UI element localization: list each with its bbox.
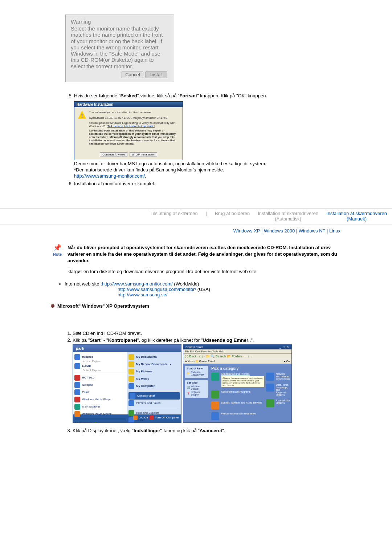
sm-controlpanel[interactable]: Control Panel xyxy=(128,392,180,400)
sm-notepad[interactable]: Notepad xyxy=(74,381,126,389)
tab-driver-auto[interactable]: Installation af skærmdriveren (Automatis… xyxy=(258,211,318,222)
cp-panel-main: Control Panel 📁 Switch to Classic View xyxy=(185,366,208,378)
cat-appearance[interactable]: Appearance and Themes Change the appeara… xyxy=(211,373,265,388)
access-icon xyxy=(266,399,274,407)
logoff-button[interactable]: Log Off xyxy=(133,416,148,420)
cp-sidebar: Control Panel 📁 Switch to Classic View S… xyxy=(183,364,210,425)
link-se[interactable]: http://www.samsung.se/ xyxy=(118,292,167,297)
paint-icon xyxy=(74,389,80,395)
warning-dialog: Warning Select the monitor name that exa… xyxy=(65,15,174,82)
link-windows-2000[interactable]: Windows 2000 xyxy=(264,228,295,234)
folder-icon xyxy=(128,376,134,382)
cp-heading: Pick a category xyxy=(211,366,290,370)
sounds-icon xyxy=(211,401,219,409)
cat-addremove[interactable]: Add or Remove Programs xyxy=(211,390,265,398)
help-support-link[interactable]: ❓ Help and Support xyxy=(187,391,206,396)
sm-paint[interactable]: Paint xyxy=(74,389,126,396)
addremove-icon xyxy=(211,390,219,398)
link-windows-nt[interactable]: Windows NT xyxy=(299,228,325,234)
website-list-item: Internet web site :http://www.samsung-mo… xyxy=(65,281,345,297)
hw-body-text: The software you are installing for this… xyxy=(89,111,179,145)
sm-msn[interactable]: MSN Explorer xyxy=(74,403,126,410)
stop-installation-button[interactable]: STOP Installation xyxy=(130,152,157,157)
folders-icon[interactable]: 📂 xyxy=(227,355,231,358)
sm-mypics[interactable]: My Pictures xyxy=(128,368,180,375)
step-5: Hvis du ser følgende "Besked"-vindue, kl… xyxy=(74,93,345,179)
link-linux[interactable]: Linux xyxy=(329,228,340,234)
warning-body: Select the monitor name that exactly mat… xyxy=(71,25,169,69)
install-button[interactable]: Install xyxy=(146,72,167,78)
cp-toolbar[interactable]: ◯ Back · ◯ · 📁 🔍 Search 📂 Folders ⋮⋮⋮ xyxy=(183,354,291,359)
ie-icon xyxy=(74,354,80,360)
why-testing-link[interactable]: Tell me why this testing is important. xyxy=(107,125,154,128)
wmp-icon xyxy=(74,397,80,402)
cat-datetime[interactable]: Date, Time, Language, and Regional Optio… xyxy=(266,384,290,396)
bullet-icon xyxy=(51,304,54,308)
cp-panel-seealso: See Also 🔄 Windows Update ❓ Help and Sup… xyxy=(185,380,208,398)
start-menu-right: My Documents My Recent Documents ▸ My Pi… xyxy=(127,352,181,414)
cp-address-bar[interactable]: Address 📁 Control Panel ▸ Go xyxy=(183,359,291,364)
xp-steps: Sæt CD'en ind i CD-ROM drevet. Klik på "… xyxy=(64,331,345,433)
cat-network[interactable]: Network and Internet Connections xyxy=(266,373,290,381)
sm-wmm[interactable]: Windows Movie Maker xyxy=(74,410,126,418)
switch-classic-link[interactable]: 📁 Switch to Classic View xyxy=(187,371,206,376)
controlpanel-icon xyxy=(130,393,135,399)
window-controls[interactable]: _□✕ xyxy=(278,345,289,349)
cancel-button[interactable]: Cancel xyxy=(122,72,143,78)
sm-hct[interactable]: HCT 10.0 xyxy=(74,374,126,381)
cat-accessibility[interactable]: Accessibility Options xyxy=(266,399,290,407)
cat-sounds[interactable]: Sounds, Speech, and Audio Devices xyxy=(211,401,265,409)
continue-anyway-button[interactable]: Continue Anyway xyxy=(100,152,127,157)
search-icon[interactable]: 🔍 xyxy=(211,355,215,358)
post-dialog-text: Denne monitor-driver har MS Logo-autoris… xyxy=(74,161,345,179)
xp-step-3: Klik på Display-ikonet, vælg "Indstillin… xyxy=(73,428,345,433)
cp-menubar[interactable]: File Edit View Favorites Tools Help xyxy=(183,349,291,354)
samsung-monitor-link[interactable]: http://www.samsung-monitor.com/ xyxy=(74,173,145,179)
cp-main: Pick a category Appearance and Themes Ch… xyxy=(210,364,291,425)
sm-wmp[interactable]: Windows Media Player xyxy=(74,396,126,403)
folder-icon xyxy=(128,354,134,360)
link-usa[interactable]: http://www.samsungusa.com/monitor/ xyxy=(118,287,196,292)
up-icon[interactable]: 📁 xyxy=(206,355,210,358)
turnoff-button[interactable]: Turn Off Computer xyxy=(150,416,179,420)
sm-internet[interactable]: Internet xyxy=(74,353,126,361)
link-worldwide[interactable]: http://www.samsung-monitor.com/ xyxy=(102,281,173,287)
sm-mymusic[interactable]: My Music xyxy=(128,375,180,382)
folder-icon xyxy=(128,369,134,374)
tab-connect[interactable]: Tilslutning af skærmen xyxy=(150,211,197,222)
sm-recent[interactable]: My Recent Documents ▸ xyxy=(128,361,180,368)
cat-performance[interactable]: Performance and Maintenance xyxy=(211,412,265,420)
network-icon xyxy=(266,373,274,381)
sm-mycomputer[interactable]: My Computer xyxy=(128,382,180,390)
control-panel-screenshot: Control Panel _□✕ File Edit View Favorit… xyxy=(183,344,292,423)
start-menu-screenshot: park Internet Internet Explorer E-mail O… xyxy=(73,344,181,423)
warning-triangle-icon: ! xyxy=(78,111,86,119)
note-bold-text: Når du bliver prompted af operativsystem… xyxy=(68,244,345,264)
back-icon[interactable]: ◯ xyxy=(185,355,188,358)
os-links-row: Windows XP | Windows 2000 | Windows NT |… xyxy=(51,224,345,241)
tab-driver-manual[interactable]: Installation af skærmdriveren (Manuelt) xyxy=(326,211,387,222)
xp-step-2: Klik på "Start" - "Kontrolpanel", og kli… xyxy=(73,337,345,423)
sm-printers[interactable]: Printers and Faxes xyxy=(128,400,180,407)
pin-icon: 📌 xyxy=(51,244,64,251)
section-tabs: Tilslutning af skærmen | Brug af holdere… xyxy=(0,208,392,224)
sm-email[interactable]: E-mail xyxy=(74,362,126,370)
tab-holder[interactable]: Brug af holderen xyxy=(215,211,250,222)
wmm-icon xyxy=(74,411,80,417)
datetime-icon xyxy=(266,384,274,392)
fwd-icon[interactable]: ◯ xyxy=(199,355,203,358)
warning-legend: Warning xyxy=(71,19,169,25)
msn-icon xyxy=(74,404,80,410)
link-windows-xp[interactable]: Windows XP xyxy=(233,228,260,234)
mail-icon xyxy=(74,363,80,369)
folder-icon xyxy=(128,361,134,367)
os-heading: Microsoft® Windows® XP Operativsystem xyxy=(51,303,345,309)
screenshots-row: park Internet Internet Explorer E-mail O… xyxy=(73,344,345,423)
printer-icon xyxy=(128,400,134,406)
note-block: 📌 Note Når du bliver prompted af operati… xyxy=(51,244,345,275)
help-icon xyxy=(128,410,134,416)
windows-update-link[interactable]: 🔄 Windows Update xyxy=(187,385,206,390)
perf-icon xyxy=(211,412,219,420)
start-menu-user: park xyxy=(73,345,181,352)
sm-mydocs[interactable]: My Documents xyxy=(128,353,180,361)
